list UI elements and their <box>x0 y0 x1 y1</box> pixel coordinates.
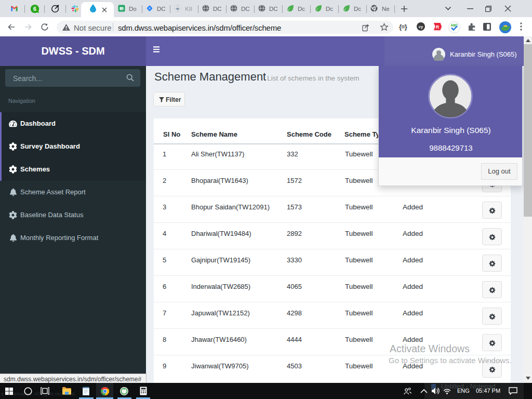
svg-text:R: R <box>436 24 440 30</box>
svg-text:cy: cy <box>419 24 423 29</box>
svg-text:6: 6 <box>33 6 36 12</box>
